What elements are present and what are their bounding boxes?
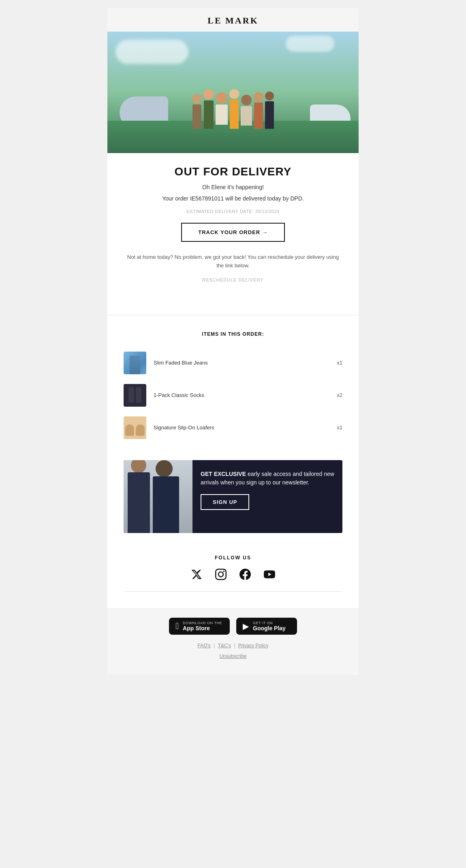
youtube-icon[interactable]: [262, 567, 277, 582]
x-twitter-icon[interactable]: [189, 567, 204, 582]
tandc-link[interactable]: T&C's: [218, 643, 231, 648]
link-separator-1: |: [214, 643, 216, 648]
socks-image: [124, 384, 146, 407]
hero-image: [107, 32, 359, 153]
apple-icon: : [175, 622, 179, 631]
cloud-decoration-2: [286, 36, 334, 52]
track-order-button[interactable]: TRACK YOUR ORDER →: [181, 223, 285, 242]
app-store-text: Download on the App Store: [183, 621, 222, 631]
newsletter-section: GET EXCLUSIVE early sale access and tail…: [124, 460, 342, 533]
footer-links: FAQ's | T&C's | Privacy Policy: [124, 643, 342, 648]
order-info-text: Your order IE567891011 will be delivered…: [124, 195, 342, 202]
google-play-subtitle: GET IT ON: [253, 621, 286, 625]
loafers-image: [124, 416, 146, 439]
newsletter-person2-body: [153, 476, 179, 533]
items-section-title: ITEMS IN THIS ORDER:: [124, 331, 342, 337]
unsubscribe-link[interactable]: Unsubscribe: [124, 653, 342, 667]
link-separator-2: |: [234, 643, 236, 648]
privacy-policy-link[interactable]: Privacy Policy: [238, 643, 269, 648]
follow-us-section: FOLLOW US: [107, 545, 359, 608]
email-header: LE MARK: [107, 8, 359, 32]
person-1: [192, 94, 202, 129]
greeting-text: Oh Elene it's happening!: [124, 184, 342, 190]
google-play-title: Google Play: [253, 625, 286, 631]
jeans-image: [124, 352, 146, 374]
loafers-thumbnail: [124, 416, 146, 439]
instagram-icon[interactable]: [214, 567, 228, 582]
socks-thumbnail: [124, 384, 146, 407]
facebook-icon[interactable]: [238, 567, 252, 582]
estimated-delivery-label: ESTIMATED DELIVERY DATE: 29/10/2024: [124, 209, 342, 214]
person-4: [229, 89, 239, 129]
app-store-button[interactable]:  Download on the App Store: [169, 618, 230, 635]
signup-button[interactable]: SIGN UP: [201, 494, 249, 510]
delivery-status-title: OUT FOR DELIVERY: [124, 165, 342, 178]
jeans-name: Slim Faded Blue Jeans: [154, 360, 337, 366]
main-content: OUT FOR DELIVERY Oh Elene it's happening…: [107, 153, 359, 307]
loafers-name: Signature Slip-On Loafers: [154, 424, 337, 431]
app-store-section:  Download on the App Store ▶ GET IT ON …: [107, 608, 359, 675]
socks-qty: x2: [337, 392, 342, 398]
order-item-jeans: Slim Faded Blue Jeans x1: [124, 347, 342, 379]
order-item-loafers: Signature Slip-On Loafers x1: [124, 412, 342, 444]
person-5: [241, 95, 252, 126]
newsletter-headline: GET EXCLUSIVE early sale access and tail…: [201, 470, 334, 487]
order-item-socks: 1-Pack Classic Socks x2: [124, 379, 342, 412]
newsletter-person1-body: [128, 472, 150, 533]
social-icons-group: [124, 567, 342, 582]
cloud-decoration: [115, 40, 188, 64]
jeans-thumbnail: [124, 352, 146, 374]
newsletter-person2-head: [156, 460, 173, 477]
app-buttons-group:  Download on the App Store ▶ GET IT ON …: [124, 618, 342, 635]
loafers-qty: x1: [337, 424, 342, 431]
items-section: ITEMS IN THIS ORDER: Slim Faded Blue Jea…: [107, 323, 359, 456]
app-store-subtitle: Download on the: [183, 621, 222, 625]
follow-us-title: FOLLOW US: [124, 555, 342, 561]
section-divider: [107, 315, 359, 315]
faq-link[interactable]: FAQ's: [198, 643, 211, 648]
google-play-text: GET IT ON Google Play: [253, 621, 286, 631]
person-3: [216, 92, 228, 125]
newsletter-headline-bold: GET EXCLUSIVE: [201, 471, 246, 477]
app-store-title: App Store: [183, 625, 222, 631]
footer-divider: [124, 591, 342, 592]
person-2: [203, 89, 214, 129]
people-group: [192, 89, 274, 129]
jeans-qty: x1: [337, 360, 342, 366]
newsletter-person1-head: [131, 460, 146, 473]
reschedule-info-text: Not at home today? No problem, we got yo…: [124, 253, 342, 270]
reschedule-delivery-link[interactable]: RESCHEDULE DELIVERY: [124, 277, 342, 282]
newsletter-image: [124, 460, 192, 533]
brand-logo: LE MARK: [207, 15, 259, 26]
person-6: [254, 92, 263, 129]
newsletter-content: GET EXCLUSIVE early sale access and tail…: [192, 460, 342, 533]
person-7: [265, 92, 274, 129]
google-play-icon: ▶: [243, 622, 249, 630]
google-play-button[interactable]: ▶ GET IT ON Google Play: [236, 618, 297, 635]
socks-name: 1-Pack Classic Socks: [154, 392, 337, 398]
